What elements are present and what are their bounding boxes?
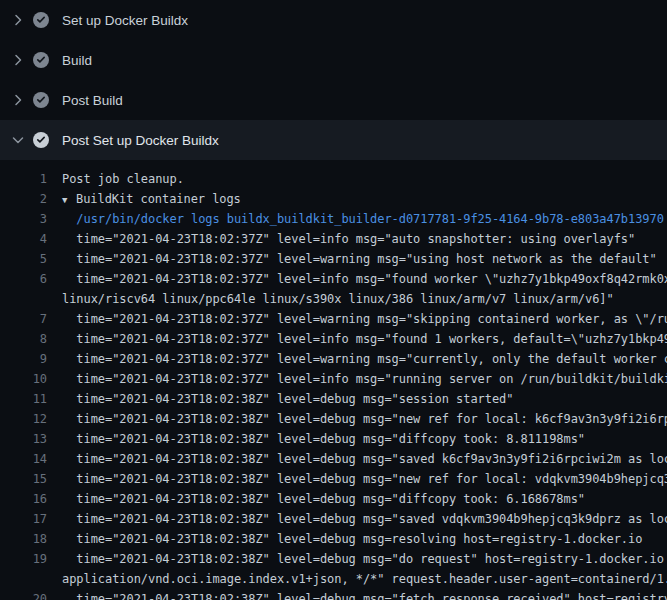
log-row: 14 time="2021-04-23T18:02:38Z" level=deb…: [0, 449, 667, 469]
log-row: 20 time="2021-04-23T18:02:38Z" level=deb…: [0, 589, 667, 600]
check-circle-icon: [33, 52, 49, 68]
log-row: 10 time="2021-04-23T18:02:37Z" level=inf…: [0, 369, 667, 389]
log-row: 12 time="2021-04-23T18:02:38Z" level=deb…: [0, 409, 667, 429]
log-line-text: ▼BuildKit container logs: [62, 189, 241, 209]
log-row: 17 time="2021-04-23T18:02:38Z" level=deb…: [0, 509, 667, 529]
log-row: 7 time="2021-04-23T18:02:37Z" level=warn…: [0, 309, 667, 329]
log-row: 4 time="2021-04-23T18:02:37Z" level=info…: [0, 229, 667, 249]
log-row: 2 ▼BuildKit container logs: [0, 189, 667, 209]
log-line-text: time="2021-04-23T18:02:38Z" level=debug …: [62, 469, 667, 489]
log-line-text: time="2021-04-23T18:02:37Z" level=warnin…: [62, 349, 667, 369]
log-line-number[interactable]: 13: [0, 429, 47, 449]
log-viewer: 1 Post job cleanup. 2 ▼BuildKit containe…: [0, 160, 667, 600]
log-line-text: time="2021-04-23T18:02:37Z" level=info m…: [62, 229, 635, 249]
check-circle-icon: [33, 132, 49, 148]
log-group-triangle-icon[interactable]: ▼: [62, 190, 76, 209]
log-line-text: Post job cleanup.: [62, 169, 184, 189]
step-label: Build: [62, 53, 92, 68]
step-label: Post Build: [62, 93, 123, 108]
step-list: Set up Docker Buildx Build Post Build Po…: [0, 0, 667, 160]
log-line-number[interactable]: 9: [0, 349, 47, 369]
log-line-text: time="2021-04-23T18:02:38Z" level=debug …: [62, 389, 513, 409]
step-row-build[interactable]: Build: [0, 40, 667, 80]
log-line-number[interactable]: [0, 569, 47, 589]
log-line-number[interactable]: 18: [0, 529, 47, 549]
log-line-number[interactable]: 12: [0, 409, 47, 429]
log-line-text: linux/riscv64 linux/ppc64le linux/s390x …: [62, 289, 614, 309]
log-row: 5 time="2021-04-23T18:02:37Z" level=warn…: [0, 249, 667, 269]
log-line-number[interactable]: 14: [0, 449, 47, 469]
log-line-text: /usr/bin/docker logs buildx_buildkit_bui…: [62, 209, 664, 229]
chevron-right-icon[interactable]: [10, 52, 26, 68]
log-line-number[interactable]: 5: [0, 249, 47, 269]
log-line-text: application/vnd.oci.image.index.v1+json,…: [62, 569, 667, 589]
log-line-text: time="2021-04-23T18:02:37Z" level=warnin…: [62, 309, 667, 329]
log-line-number[interactable]: 7: [0, 309, 47, 329]
log-row: linux/riscv64 linux/ppc64le linux/s390x …: [0, 289, 667, 309]
log-line-text: time="2021-04-23T18:02:37Z" level=info m…: [62, 269, 667, 289]
log-line-text: time="2021-04-23T18:02:37Z" level=info m…: [62, 369, 667, 389]
log-line-number[interactable]: 1: [0, 169, 47, 189]
log-line-number[interactable]: 20: [0, 589, 47, 600]
chevron-right-icon[interactable]: [10, 12, 26, 28]
log-line-number[interactable]: [0, 289, 47, 309]
log-line-number[interactable]: 17: [0, 509, 47, 529]
log-row: 11 time="2021-04-23T18:02:38Z" level=deb…: [0, 389, 667, 409]
log-line-number[interactable]: 16: [0, 489, 47, 509]
log-row: 8 time="2021-04-23T18:02:37Z" level=info…: [0, 329, 667, 349]
log-line-text: time="2021-04-23T18:02:38Z" level=debug …: [62, 429, 585, 449]
log-line-number[interactable]: 11: [0, 389, 47, 409]
log-row: 18 time="2021-04-23T18:02:38Z" level=deb…: [0, 529, 667, 549]
check-circle-icon: [33, 12, 49, 28]
log-row: 6 time="2021-04-23T18:02:37Z" level=info…: [0, 269, 667, 289]
step-label: Post Set up Docker Buildx: [62, 133, 219, 148]
log-row: 9 time="2021-04-23T18:02:37Z" level=warn…: [0, 349, 667, 369]
step-row-set-up-docker-buildx[interactable]: Set up Docker Buildx: [0, 0, 667, 40]
log-line-number[interactable]: 2: [0, 189, 47, 209]
log-row: application/vnd.oci.image.index.v1+json,…: [0, 569, 667, 589]
log-line-text: time="2021-04-23T18:02:37Z" level=info m…: [62, 329, 667, 349]
log-line-number[interactable]: 19: [0, 549, 47, 569]
log-line-text: time="2021-04-23T18:02:38Z" level=debug …: [62, 409, 667, 429]
step-row-post-set-up-docker-buildx[interactable]: Post Set up Docker Buildx: [0, 120, 667, 160]
log-row: 19 time="2021-04-23T18:02:38Z" level=deb…: [0, 549, 667, 569]
log-row: 15 time="2021-04-23T18:02:38Z" level=deb…: [0, 469, 667, 489]
log-line-text: time="2021-04-23T18:02:38Z" level=debug …: [62, 549, 667, 569]
log-rows: 1 Post job cleanup. 2 ▼BuildKit containe…: [0, 169, 667, 600]
log-line-text: time="2021-04-23T18:02:38Z" level=debug …: [62, 529, 642, 549]
chevron-right-icon[interactable]: [10, 92, 26, 108]
log-line-text: time="2021-04-23T18:02:37Z" level=warnin…: [62, 249, 657, 269]
log-line-text: time="2021-04-23T18:02:38Z" level=debug …: [62, 489, 585, 509]
log-row: 13 time="2021-04-23T18:02:38Z" level=deb…: [0, 429, 667, 449]
log-line-text: time="2021-04-23T18:02:38Z" level=debug …: [62, 589, 667, 600]
check-circle-icon: [33, 92, 49, 108]
log-line-text: time="2021-04-23T18:02:38Z" level=debug …: [62, 449, 667, 469]
log-line-number[interactable]: 3: [0, 209, 47, 229]
log-row: 16 time="2021-04-23T18:02:38Z" level=deb…: [0, 489, 667, 509]
log-line-text: time="2021-04-23T18:02:38Z" level=debug …: [62, 509, 667, 529]
log-line-number[interactable]: 8: [0, 329, 47, 349]
log-line-number[interactable]: 4: [0, 229, 47, 249]
log-line-number[interactable]: 15: [0, 469, 47, 489]
step-row-post-build[interactable]: Post Build: [0, 80, 667, 120]
step-label: Set up Docker Buildx: [62, 13, 188, 28]
log-line-number[interactable]: 6: [0, 269, 47, 289]
log-line-number[interactable]: 10: [0, 369, 47, 389]
log-row: 3 /usr/bin/docker logs buildx_buildkit_b…: [0, 209, 667, 229]
log-row: 1 Post job cleanup.: [0, 169, 667, 189]
chevron-down-icon[interactable]: [10, 132, 26, 148]
